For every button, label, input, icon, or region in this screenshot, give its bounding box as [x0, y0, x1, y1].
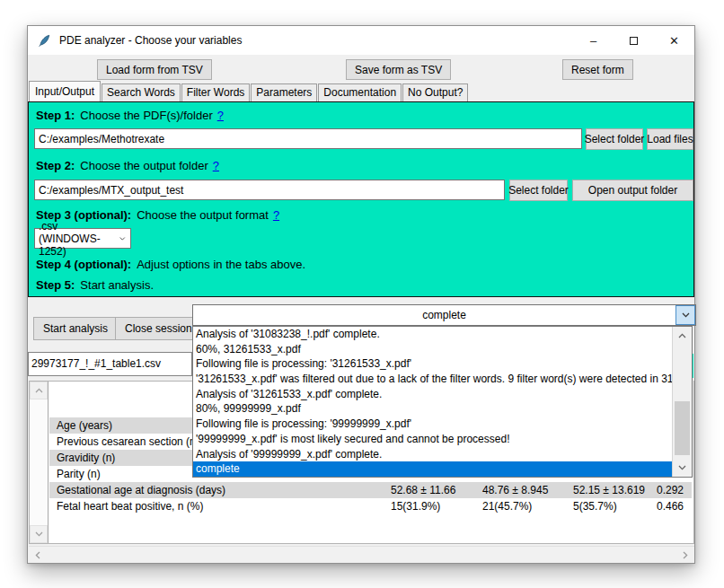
scroll-down-button[interactable] — [673, 459, 692, 477]
step5-text: Start analysis. — [80, 278, 154, 292]
window-title: PDE analyzer - Choose your variables — [59, 34, 242, 47]
table-row[interactable]: Fetal heart beat positive, n (%) 15(31.9… — [49, 498, 692, 514]
dropdown-scrollbar-thumb[interactable] — [675, 401, 690, 455]
status-combobox-dropdown-button[interactable] — [675, 305, 695, 325]
table-scroll-down-button[interactable] — [30, 525, 48, 543]
table-vertical-scrollbar[interactable] — [30, 382, 49, 543]
row-value: 15(31.9%) — [391, 500, 482, 513]
step2-text: Choose the output folder — [80, 159, 207, 172]
step2-label: Step 2:Choose the output folder? — [36, 159, 219, 172]
log-item[interactable]: 60%, 31261533_x.pdf — [193, 342, 672, 357]
toolbar: Load form from TSV Save form as TSV Rese… — [28, 55, 694, 82]
chevron-down-icon — [35, 531, 43, 537]
close-button[interactable]: ✕ — [654, 26, 694, 55]
step5-bold: Step 5: — [36, 278, 75, 292]
tab-filter-words[interactable]: Filter Words — [181, 83, 250, 101]
save-form-tsv-button[interactable]: Save form as TSV — [346, 59, 451, 80]
minimize-icon: – — [590, 34, 596, 48]
scroll-up-button[interactable] — [673, 327, 692, 345]
table-scroll-left-button[interactable] — [29, 547, 47, 563]
tab-search-words[interactable]: Search Words — [102, 83, 181, 101]
log-item[interactable]: Following file is processing: '99999999_… — [193, 417, 672, 432]
tab-bar: Input/Output Search Words Filter Words P… — [28, 82, 694, 101]
minimize-button[interactable]: – — [573, 26, 614, 55]
step3-text: Choose the output format — [137, 208, 269, 222]
output-file-item[interactable]: 29973177_!_#1_table1.csv — [29, 353, 191, 370]
chevron-down-icon — [678, 465, 686, 470]
step3-help-link[interactable]: ? — [273, 208, 279, 222]
step4-label: Step 4 (optional):Adjust options in the … — [36, 258, 305, 271]
log-item[interactable]: '31261533_x.pdf' was filtered out due to… — [193, 372, 672, 387]
close-icon: ✕ — [669, 34, 679, 48]
step4-bold: Step 4 (optional): — [36, 258, 131, 271]
status-dropdown-list: Analysis of '31083238_!.pdf' complete. 6… — [192, 326, 693, 478]
load-files-button[interactable]: Load files — [647, 128, 693, 150]
dropdown-scrollbar[interactable] — [672, 327, 692, 477]
reset-form-button[interactable]: Reset form — [562, 59, 633, 80]
chevron-down-icon — [119, 236, 126, 241]
tab-parameters[interactable]: Parameters — [251, 83, 317, 101]
pdf-folder-input[interactable]: C:/examples/Methotrexate — [34, 128, 582, 149]
step1-label: Step 1:Choose the PDF(s)/folder? — [36, 109, 224, 122]
output-format-value: .csv (WINDOWS-1252) — [39, 220, 119, 258]
row-label: Gestational age at diagnosis (days) — [49, 484, 391, 496]
log-item[interactable]: Analysis of '31083238_!.pdf' complete. — [193, 327, 672, 342]
status-combobox-value: complete — [422, 309, 466, 321]
row-value: 0.466 — [657, 500, 692, 513]
python-feather-icon — [38, 34, 51, 48]
screenshot-stage: PDE analyzer - Choose your variables – ✕… — [0, 0, 724, 588]
table-scroll-right-button[interactable] — [676, 547, 694, 563]
chevron-up-icon — [35, 388, 43, 393]
output-file-list: 29973177_!_#1_table1.csv — [28, 352, 192, 376]
output-folder-input[interactable]: C:/examples/MTX_output_test — [34, 180, 505, 200]
row-value: 21(45.7%) — [482, 500, 573, 513]
step1-bold: Step 1: — [36, 109, 75, 122]
log-item[interactable]: '99999999_x.pdf' is most likely secured … — [193, 432, 672, 447]
maximize-icon — [630, 37, 638, 45]
row-label: Fetal heart beat positive, n (%) — [49, 500, 391, 513]
row-value: 52.68 ± 11.66 — [391, 484, 482, 496]
log-items: Analysis of '31083238_!.pdf' complete. 6… — [193, 327, 672, 477]
start-analysis-button[interactable]: Start analysis — [33, 317, 118, 340]
chevron-left-icon — [35, 551, 40, 559]
table-horizontal-scrollbar[interactable] — [29, 546, 694, 563]
status-combobox[interactable]: complete — [192, 304, 696, 326]
step4-text: Adjust options in the tabs above. — [137, 258, 305, 271]
row-value: 48.76 ± 8.945 — [482, 484, 573, 496]
log-item-selected[interactable]: complete — [193, 461, 672, 477]
log-item[interactable]: 80%, 99999999_x.pdf — [193, 401, 672, 417]
chevron-down-icon — [682, 312, 690, 318]
step2-bold: Step 2: — [36, 159, 75, 172]
output-format-select[interactable]: .csv (WINDOWS-1252) — [34, 228, 131, 249]
app-window: PDE analyzer - Choose your variables – ✕… — [27, 25, 695, 564]
table-scroll-up-button[interactable] — [30, 382, 48, 399]
window-controls: – ✕ — [573, 26, 694, 55]
table-row[interactable]: Gestational age at diagnosis (days) 52.6… — [49, 482, 692, 498]
load-form-tsv-button[interactable]: Load form from TSV — [97, 59, 212, 80]
chevron-up-icon — [678, 333, 686, 338]
tab-documentation[interactable]: Documentation — [318, 83, 402, 101]
tab-input-output[interactable]: Input/Output — [29, 81, 101, 101]
row-value: 0.292 — [657, 484, 692, 496]
step1-select-folder-button[interactable]: Select folder — [586, 128, 643, 150]
row-value: 5(35.7%) — [573, 500, 657, 513]
step2-select-folder-button[interactable]: Select folder — [509, 180, 568, 201]
input-output-panel: Step 1:Choose the PDF(s)/folder? C:/exam… — [28, 101, 694, 297]
close-session-button[interactable]: Close session — [115, 317, 202, 340]
tab-no-output[interactable]: No Output? — [402, 83, 468, 101]
open-output-folder-button[interactable]: Open output folder — [572, 180, 693, 201]
title-bar: PDE analyzer - Choose your variables – ✕ — [28, 26, 694, 55]
step2-help-link[interactable]: ? — [213, 159, 219, 172]
step1-help-link[interactable]: ? — [217, 109, 224, 122]
log-item[interactable]: Following file is processing: '31261533_… — [193, 356, 672, 372]
maximize-button[interactable] — [614, 26, 654, 55]
row-value: 52.15 ± 13.619 — [573, 484, 657, 496]
log-item[interactable]: Analysis of '99999999_x.pdf' complete. — [193, 447, 672, 462]
step1-text: Choose the PDF(s)/folder — [80, 109, 212, 122]
log-item[interactable]: Analysis of '31261533_x.pdf' complete. — [193, 387, 672, 402]
chevron-right-icon — [683, 551, 688, 559]
step5-label: Step 5:Start analysis. — [36, 278, 154, 292]
